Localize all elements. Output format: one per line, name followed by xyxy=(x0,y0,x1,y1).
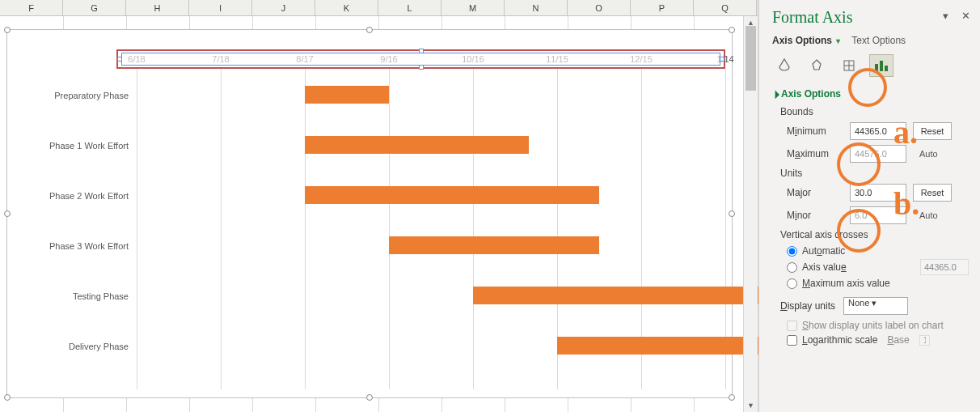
chart-gridline xyxy=(221,69,222,389)
logarithmic-label: Logarithmic scale xyxy=(802,334,877,346)
minor-auto-label: Auto xyxy=(913,210,944,220)
format-axis-pane: Format Axis ▾ ✕ Axis Options ▾ Text Opti… xyxy=(758,0,980,412)
svg-rect-5 xyxy=(880,61,883,71)
close-icon[interactable]: ✕ xyxy=(961,10,970,22)
column-header[interactable]: G xyxy=(63,0,126,15)
show-units-label-checkbox xyxy=(787,321,797,331)
svg-marker-0 xyxy=(813,60,821,70)
vertical-axis-crosses-label: Vertical axis crosses xyxy=(780,229,969,240)
x-tick-label: 1/14 xyxy=(716,49,733,69)
vertical-scrollbar[interactable]: ▲ ▼ xyxy=(743,16,758,412)
pane-title: Format Axis xyxy=(772,8,969,27)
gantt-bar[interactable] xyxy=(473,287,781,304)
crosses-axis-value-radio[interactable] xyxy=(787,262,797,273)
column-header[interactable]: I xyxy=(189,0,252,15)
axis-options-tab[interactable]: Axis Options ▾ xyxy=(772,35,840,46)
pane-menu-icon[interactable]: ▾ xyxy=(943,10,948,22)
display-units-label: Display units xyxy=(780,300,835,312)
plot-area[interactable]: 6/187/188/179/1610/1611/1512/151/14 Prep… xyxy=(137,49,725,389)
svg-rect-4 xyxy=(875,64,878,71)
log-base-input xyxy=(919,335,930,346)
category-label: Testing Phase xyxy=(7,291,137,302)
column-header[interactable]: O xyxy=(568,0,631,15)
crosses-axis-value-input[interactable] xyxy=(920,259,969,275)
crosses-max-radio[interactable] xyxy=(787,278,797,289)
x-tick-label: 9/16 xyxy=(380,49,397,69)
resize-handle[interactable] xyxy=(4,394,11,401)
log-base-label: Base xyxy=(887,334,909,346)
category-label: Phase 2 Work Effort xyxy=(7,190,137,202)
chart-gridline xyxy=(473,69,474,389)
axis-options-section[interactable]: Axis Options xyxy=(772,88,969,100)
show-units-label-text: Show display units label on chart xyxy=(802,320,944,331)
maximum-auto-label: Auto xyxy=(913,149,944,159)
column-header[interactable]: Q xyxy=(694,0,757,15)
display-units-select[interactable]: None xyxy=(843,297,908,315)
category-label: Phase 3 Work Effort xyxy=(7,240,137,252)
column-headers: FGHIJKLMNOPQ xyxy=(0,0,758,16)
chevron-down-icon: ▾ xyxy=(836,36,840,45)
resize-handle[interactable] xyxy=(4,210,11,217)
x-axis[interactable]: 6/187/188/179/1610/1611/1512/151/14 xyxy=(137,49,725,69)
text-options-tab[interactable]: Text Options xyxy=(851,35,906,46)
resize-handle[interactable] xyxy=(366,27,373,33)
x-tick-label: 12/15 xyxy=(630,49,653,69)
minimum-reset-button[interactable]: Reset xyxy=(913,122,952,140)
resize-handle[interactable] xyxy=(729,394,735,401)
major-input[interactable] xyxy=(850,184,906,202)
maximum-input[interactable] xyxy=(850,145,906,163)
gantt-chart[interactable]: 6/187/188/179/1610/1611/1512/151/14 Prep… xyxy=(6,29,733,398)
category-label: Delivery Phase xyxy=(7,341,137,352)
resize-handle[interactable] xyxy=(729,210,735,217)
column-header[interactable]: M xyxy=(441,0,505,15)
resize-handle[interactable] xyxy=(366,394,373,401)
gantt-bar[interactable] xyxy=(305,136,529,154)
chart-gridline xyxy=(137,69,137,389)
minor-label: Minor xyxy=(787,210,843,221)
gantt-bar[interactable] xyxy=(305,86,389,104)
size-properties-icon[interactable] xyxy=(837,54,861,77)
x-tick-label: 11/15 xyxy=(546,49,568,69)
svg-rect-6 xyxy=(885,66,888,71)
x-tick-label: 8/17 xyxy=(296,49,313,69)
category-label: Phase 1 Work Effort xyxy=(7,140,137,151)
logarithmic-checkbox[interactable] xyxy=(787,335,797,346)
column-header[interactable]: J xyxy=(252,0,315,15)
chart-gridline xyxy=(389,69,390,389)
gantt-bar[interactable] xyxy=(305,186,599,204)
resize-handle[interactable] xyxy=(729,27,735,33)
bounds-label: Bounds xyxy=(780,106,969,117)
column-header[interactable]: K xyxy=(315,0,378,15)
resize-handle[interactable] xyxy=(4,27,11,33)
column-header[interactable]: F xyxy=(0,0,63,15)
category-label: Preparatory Phase xyxy=(7,90,137,101)
fill-icon[interactable] xyxy=(772,54,796,77)
effects-icon[interactable] xyxy=(805,54,829,77)
column-header[interactable]: L xyxy=(378,0,441,15)
column-header[interactable]: H xyxy=(126,0,189,15)
major-label: Major xyxy=(787,187,843,198)
crosses-automatic-radio[interactable] xyxy=(787,246,797,257)
x-tick-label: 6/18 xyxy=(128,49,145,69)
units-label: Units xyxy=(780,168,969,179)
column-header[interactable]: P xyxy=(631,0,694,15)
axis-options-icon[interactable] xyxy=(869,54,893,77)
x-tick-label: 7/18 xyxy=(212,49,229,69)
maximum-label: Maximum xyxy=(787,148,843,159)
x-tick-label: 10/16 xyxy=(462,49,484,69)
minimum-label: Minimum xyxy=(787,125,843,137)
minor-input[interactable] xyxy=(850,206,906,224)
major-reset-button[interactable]: Reset xyxy=(913,184,952,202)
scrollbar-thumb[interactable] xyxy=(746,26,756,91)
worksheet-area: FGHIJKLMNOPQ 6/187/188/179/1610/1611/151… xyxy=(0,0,758,412)
minimum-input[interactable] xyxy=(850,122,906,140)
chart-gridline xyxy=(305,69,306,389)
column-header[interactable]: N xyxy=(505,0,568,15)
gantt-bar[interactable] xyxy=(389,236,599,254)
scroll-down-icon[interactable]: ▼ xyxy=(744,399,758,412)
